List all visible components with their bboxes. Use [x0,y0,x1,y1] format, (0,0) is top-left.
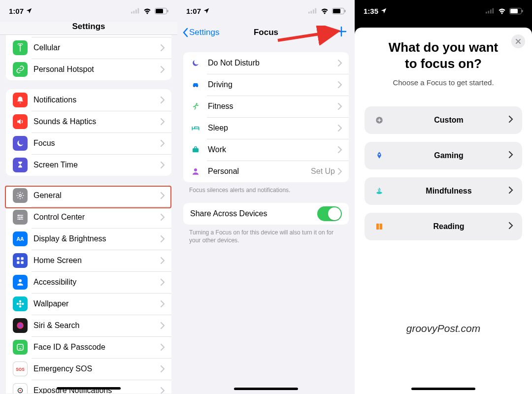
chevron-right-icon [161,322,165,329]
svg-rect-44 [486,12,487,14]
moon-icon [190,59,201,67]
svg-point-41 [196,103,198,104]
status-bar: 1:07 [177,0,355,22]
row-label: Personal [208,167,311,176]
focus-mode-sleep[interactable]: Sleep [183,117,349,139]
wifi-icon [143,8,152,14]
exposure-icon [13,383,28,394]
svg-rect-15 [21,262,24,264]
row-label: Wallpaper [33,299,161,308]
svg-rect-14 [17,262,19,264]
settings-row-siri-search[interactable]: Siri & Search [6,315,171,336]
status-bar: 1:07 [0,0,177,22]
settings-row-personal-hotspot[interactable]: Personal Hotspot [6,59,171,80]
row-label: Focus [33,139,161,148]
focus-footnote: Focus silences alerts and notifications. [177,182,355,194]
status-bar: 1:35 [355,0,532,22]
focus-option-custom[interactable]: Custom [365,106,522,134]
focus-mode-work[interactable]: Work [183,139,349,161]
row-detail: Set Up [311,167,335,176]
row-label: Cellular [33,43,161,52]
chevron-right-icon [338,103,342,110]
chevron-right-icon [508,115,513,125]
run-icon [190,102,201,111]
grid-icon [13,253,28,268]
chevron-right-icon [508,186,513,196]
brand-watermark: groovyPost.com [355,323,532,335]
svg-rect-46 [490,9,492,13]
plus-circle-icon [373,116,385,125]
svg-point-17 [19,303,22,305]
row-label: Display & Brightness [33,234,161,243]
focus-mode-do-not-disturb[interactable]: Do Not Disturb [183,52,349,74]
aa-icon: AA [13,231,28,246]
settings-row-face-id-passcode[interactable]: Face ID & Passcode [6,336,171,358]
option-label: Mindfulness [389,187,508,196]
share-toggle[interactable] [317,206,342,221]
focus-mode-fitness[interactable]: Fitness [183,96,349,117]
settings-row-focus[interactable]: Focus [6,132,171,154]
settings-row-exposure-notifications[interactable]: Exposure Notifications [6,380,171,394]
settings-row-cellular[interactable]: Cellular [6,37,171,59]
sos-icon: SOS [13,361,28,376]
bed-icon [190,124,201,132]
focus-option-mindfulness[interactable]: Mindfulness [365,177,522,205]
row-label: Personal Hotspot [33,65,161,74]
add-button[interactable] [336,26,347,39]
svg-rect-1 [133,11,135,13]
chevron-right-icon [161,344,165,351]
settings-row-screen-time[interactable]: Screen Time [6,154,171,176]
row-label: Siri & Search [33,321,161,330]
siri-icon [13,318,28,333]
chevron-right-icon [338,146,342,153]
svg-rect-50 [522,10,523,12]
svg-rect-45 [488,11,490,13]
chevron-right-icon [338,60,342,66]
chevron-right-icon [161,300,165,307]
settings-row-emergency-sos[interactable]: SOSEmergency SOS [6,358,171,380]
settings-row-accessibility[interactable]: Accessibility [6,271,171,293]
row-label: Face ID & Passcode [33,343,161,352]
sliders-icon [13,210,28,225]
book-icon [373,222,385,231]
svg-point-8 [18,215,20,216]
status-time: 1:35 [364,7,378,15]
signal-icon [486,8,495,14]
row-label: Sleep [208,124,338,132]
home-indicator [57,387,121,390]
svg-rect-2 [135,9,137,13]
close-button[interactable] [511,34,525,48]
share-across-devices-row[interactable]: Share Across Devices [183,203,349,225]
car-icon [190,80,201,89]
svg-text:SOS: SOS [16,367,25,372]
settings-row-home-screen[interactable]: Home Screen [6,250,171,271]
settings-row-wallpaper[interactable]: Wallpaper [6,293,171,315]
settings-row-sounds-haptics[interactable]: Sounds & Haptics [6,111,171,132]
focus-option-reading[interactable]: Reading [365,213,522,240]
row-label: Control Center [33,213,161,222]
share-label: Share Across Devices [190,209,317,218]
chevron-right-icon [161,140,165,147]
location-icon [203,7,210,14]
chevron-right-icon [161,279,165,286]
settings-header: Settings [0,22,177,35]
wifi-icon [320,8,329,14]
bell-icon [13,93,28,107]
svg-point-22 [17,322,24,329]
svg-point-40 [197,86,198,87]
svg-rect-13 [21,257,24,260]
settings-row-control-center[interactable]: Control Center [6,206,171,228]
settings-row-general[interactable]: General [6,185,171,206]
svg-point-43 [194,168,197,171]
settings-row-notifications[interactable]: Notifications [6,89,171,111]
chevron-right-icon [338,125,342,131]
chevron-right-icon [161,387,165,394]
back-button[interactable]: Settings [182,28,219,37]
focus-option-gaming[interactable]: Gaming [365,142,522,169]
focus-mode-personal[interactable]: PersonalSet Up [183,161,349,182]
row-label: General [33,191,161,200]
focus-mode-driving[interactable]: Driving [183,74,349,96]
row-label: Sounds & Haptics [33,117,161,126]
settings-row-display-brightness[interactable]: AADisplay & Brightness [6,228,171,250]
option-label: Reading [389,222,508,231]
